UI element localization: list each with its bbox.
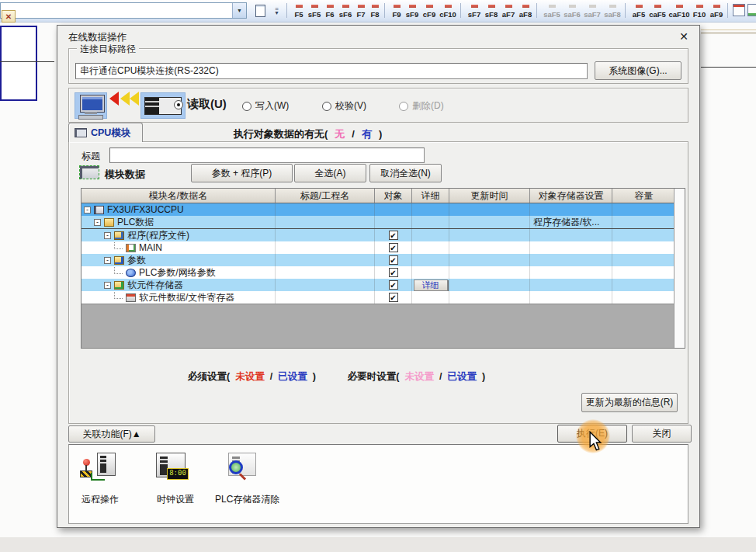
toolbar-icon-device-comment[interactable] bbox=[747, 4, 756, 16]
target-checkbox[interactable]: ✔ bbox=[389, 280, 398, 290]
tree-expander-icon[interactable]: - bbox=[84, 207, 91, 214]
target-checkbox[interactable]: ✔ bbox=[389, 231, 398, 240]
ladder-symbol-icon bbox=[654, 5, 661, 8]
mode-radio-3[interactable]: 删除(D) bbox=[399, 99, 444, 113]
fkey-button-saf8[interactable]: saF8 bbox=[603, 0, 622, 21]
deselect-all-button[interactable]: 取消全选(N) bbox=[369, 164, 442, 182]
table-cell bbox=[412, 291, 449, 304]
table-row[interactable]: MAIN✔ bbox=[81, 241, 676, 254]
fkey-button-sf5[interactable]: sF5 bbox=[307, 0, 322, 21]
table-row[interactable]: PLC参数/网络参数✔ bbox=[81, 266, 676, 279]
title-field-label: 标题 bbox=[81, 150, 100, 163]
table-cell bbox=[530, 229, 612, 241]
fkey-button-cf9[interactable]: cF9 bbox=[421, 0, 437, 21]
close-icon[interactable]: ✕ bbox=[2, 10, 16, 23]
fkey-button-sf6[interactable]: sF6 bbox=[338, 0, 353, 21]
table-cell bbox=[276, 241, 375, 254]
table-row[interactable]: -软元件存储器✔详细 bbox=[81, 279, 676, 291]
fkey-button-f6[interactable]: F6 bbox=[324, 0, 336, 21]
toolbar-combobox[interactable]: ▼ bbox=[0, 2, 247, 19]
connection-path-field[interactable]: 串行通信CPU模块连接(RS-232C) bbox=[75, 63, 588, 79]
related-item-label: 远程操作 bbox=[81, 493, 119, 506]
fkey-button-saf7[interactable]: saF7 bbox=[583, 0, 602, 21]
fkey-button-af8[interactable]: aF8 bbox=[518, 0, 533, 21]
target-checkbox[interactable]: ✔ bbox=[389, 255, 398, 265]
fkey-button-saf6[interactable]: saF6 bbox=[563, 0, 581, 21]
fkey-button-caf10[interactable]: caF10 bbox=[668, 0, 690, 21]
target-checkbox[interactable]: ✔ bbox=[389, 243, 398, 252]
fkey-button-saf5[interactable]: saF5 bbox=[543, 0, 561, 21]
radio-icon[interactable] bbox=[174, 100, 183, 109]
system-image-button[interactable]: 系统图像(G)... bbox=[595, 61, 681, 80]
table-row[interactable]: -参数✔ bbox=[81, 254, 676, 266]
select-all-button[interactable]: 全选(A) bbox=[294, 164, 366, 182]
tree-expander-icon[interactable]: - bbox=[104, 257, 111, 264]
table-row[interactable]: 软元件数据/文件寄存器✔ bbox=[81, 291, 676, 304]
column-header[interactable]: 更新时间 bbox=[449, 189, 530, 203]
target-checkbox[interactable]: ✔ bbox=[389, 293, 398, 302]
fkey-button-f5[interactable]: F5 bbox=[293, 0, 305, 21]
mode-radio-1[interactable]: 写入(W) bbox=[242, 99, 289, 113]
table-cell: ✔ bbox=[375, 266, 412, 279]
toolbar-overflow-icon[interactable]: =▾ bbox=[271, 3, 283, 19]
detail-button[interactable]: 详细 bbox=[414, 279, 448, 291]
tree-expander-icon[interactable]: - bbox=[104, 282, 111, 289]
mode-radio-0[interactable]: 读取(U) bbox=[174, 97, 227, 112]
tree-expander-icon[interactable]: - bbox=[94, 219, 101, 226]
fkey-button-cf10[interactable]: cF10 bbox=[439, 0, 457, 21]
column-header[interactable]: 模块名/数据名 bbox=[81, 189, 276, 203]
column-header[interactable]: 对象存储器设置 bbox=[530, 189, 612, 203]
tab-cpu-module[interactable]: CPU模块 bbox=[68, 123, 143, 142]
fkey-button-f8[interactable]: F8 bbox=[369, 0, 381, 21]
fkey-button-f9[interactable]: F9 bbox=[390, 0, 403, 21]
fkey-button-af7[interactable]: aF7 bbox=[501, 0, 516, 21]
fkey-button-caf5[interactable]: caF5 bbox=[648, 0, 667, 21]
fkey-button-af9[interactable]: aF9 bbox=[709, 0, 724, 21]
ladder-cursor-cell[interactable] bbox=[0, 26, 37, 101]
fkey-button-sf9[interactable]: sF9 bbox=[404, 0, 420, 21]
table-scrollbar-gutter[interactable] bbox=[674, 189, 685, 348]
ladder-symbol-icon bbox=[311, 5, 318, 8]
ladder-rung-line-left bbox=[0, 61, 54, 62]
text-segment: 必须设置( bbox=[188, 371, 230, 382]
fkey-label: aF5 bbox=[633, 10, 645, 19]
fkey-button-f10[interactable]: F10 bbox=[692, 0, 707, 21]
chevron-down-icon[interactable]: ▼ bbox=[232, 3, 246, 18]
table-cell bbox=[412, 229, 449, 241]
execute-button[interactable]: 执行(E) bbox=[557, 425, 627, 443]
close-button[interactable]: 关闭 bbox=[632, 425, 692, 443]
related-functions-button[interactable]: 关联功能(F)▲ bbox=[68, 425, 155, 443]
radio-icon[interactable] bbox=[322, 102, 331, 111]
fkey-button-f7[interactable]: F7 bbox=[355, 0, 367, 21]
table-cell bbox=[612, 241, 676, 254]
column-header[interactable]: 详细 bbox=[412, 189, 449, 203]
table-row[interactable]: -程序(程序文件)✔ bbox=[81, 229, 676, 241]
related-functions-label: 关联功能(F)▲ bbox=[82, 428, 140, 441]
toolbar-icon-calendar[interactable] bbox=[733, 4, 745, 16]
tree-expander-icon[interactable]: - bbox=[104, 232, 111, 239]
radio-icon[interactable] bbox=[242, 102, 251, 111]
title-field[interactable] bbox=[109, 148, 425, 163]
table-row[interactable]: -PLC数据程序存储器/软... bbox=[81, 216, 676, 229]
toolbar-separator bbox=[536, 3, 537, 18]
fkey-button-sf7[interactable]: sF7 bbox=[466, 0, 482, 21]
ladder-symbol-icon bbox=[589, 5, 596, 8]
mode-radio-2[interactable]: 校验(V) bbox=[322, 99, 366, 113]
fkey-button-af5[interactable]: aF5 bbox=[631, 0, 647, 21]
close-icon[interactable]: ✕ bbox=[675, 29, 693, 44]
table-cell bbox=[449, 229, 530, 241]
refresh-button[interactable]: 更新为最新的信息(R) bbox=[581, 393, 678, 412]
ladder-symbol-icon bbox=[445, 5, 452, 8]
table-row[interactable]: -FX3U/FX3UCCPU bbox=[81, 203, 676, 216]
column-header[interactable]: 容量 bbox=[612, 189, 676, 203]
computer-icon bbox=[75, 92, 107, 119]
fkey-button-sf8[interactable]: sF8 bbox=[484, 0, 499, 21]
param-program-button[interactable]: 参数 + 程序(P) bbox=[191, 164, 293, 182]
new-page-icon[interactable] bbox=[252, 3, 269, 19]
column-header[interactable]: 对象 bbox=[375, 189, 412, 203]
target-checkbox[interactable]: ✔ bbox=[389, 268, 398, 277]
column-header[interactable]: 标题/工程名 bbox=[276, 189, 375, 203]
radio-icon[interactable] bbox=[399, 102, 408, 111]
left-arrow-icon-yellow bbox=[130, 92, 139, 106]
table-header: 模块名/数据名标题/工程名对象详细更新时间对象存储器设置容量 bbox=[81, 189, 676, 203]
